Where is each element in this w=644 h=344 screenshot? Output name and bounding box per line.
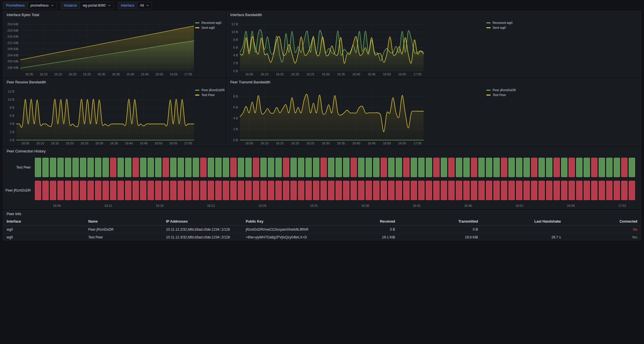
state-bar[interactable] (464, 181, 469, 200)
state-bar[interactable] (599, 158, 605, 177)
state-bar[interactable] (328, 158, 334, 177)
legend-item[interactable]: Received wg0 (486, 21, 514, 24)
state-bar[interactable] (546, 158, 552, 177)
state-bar[interactable] (58, 181, 63, 200)
state-bar[interactable] (140, 158, 146, 177)
state-bar[interactable] (366, 181, 371, 200)
state-bar[interactable] (403, 181, 409, 200)
state-bar[interactable] (622, 158, 627, 177)
state-bar[interactable] (306, 181, 311, 200)
state-bar[interactable] (201, 158, 206, 177)
state-bar[interactable] (411, 181, 417, 200)
var-picker-instance[interactable]: wg-portal:8080 (80, 2, 113, 9)
state-bar[interactable] (163, 181, 169, 200)
state-bar[interactable] (374, 158, 379, 177)
state-bar[interactable] (479, 181, 484, 200)
state-bar[interactable] (494, 158, 500, 177)
state-bar[interactable] (178, 181, 184, 200)
panel-title[interactable]: Peer Connection History (3, 148, 641, 155)
state-bar[interactable] (193, 158, 199, 177)
state-bar[interactable] (531, 158, 537, 177)
state-bar[interactable] (118, 181, 123, 200)
state-bar[interactable] (216, 181, 221, 200)
state-bar[interactable] (561, 181, 567, 200)
column-header-public-key[interactable]: Public Key (242, 218, 328, 225)
state-bar[interactable] (321, 181, 327, 200)
state-bar[interactable] (80, 181, 86, 200)
state-bar[interactable] (50, 158, 56, 177)
column-header-interface[interactable]: Interface (3, 218, 85, 225)
state-bar[interactable] (381, 158, 387, 177)
state-bar[interactable] (584, 181, 590, 200)
state-bar[interactable] (614, 158, 620, 177)
state-bar[interactable] (486, 158, 492, 177)
state-bar[interactable] (163, 158, 169, 177)
state-bar[interactable] (426, 181, 432, 200)
state-bar[interactable] (351, 181, 357, 200)
state-bar[interactable] (65, 158, 71, 177)
state-bar[interactable] (524, 181, 529, 200)
state-bar[interactable] (321, 158, 327, 177)
state-bar[interactable] (103, 158, 108, 177)
state-bar[interactable] (298, 158, 304, 177)
var-picker-prometheus[interactable]: prometheus (28, 2, 57, 9)
state-bar[interactable] (313, 181, 319, 200)
state-bar[interactable] (43, 181, 48, 200)
state-bar[interactable] (479, 158, 484, 177)
state-bar[interactable] (110, 158, 116, 177)
state-bar[interactable] (268, 181, 274, 200)
state-bar[interactable] (155, 181, 161, 200)
state-bar[interactable] (501, 158, 507, 177)
column-header-received[interactable]: Received (328, 218, 399, 225)
column-header-transmitted[interactable]: Transmitted (399, 218, 481, 225)
state-bar[interactable] (261, 181, 266, 200)
state-bar[interactable] (103, 181, 108, 200)
state-bar[interactable] (185, 158, 191, 177)
state-bar[interactable] (170, 158, 176, 177)
state-bar[interactable] (35, 181, 41, 200)
state-bar[interactable] (494, 181, 500, 200)
column-header-ip-addresses[interactable]: IP Addresses (163, 218, 242, 225)
legend-item[interactable]: Received wg0 (195, 21, 223, 24)
state-bar[interactable] (291, 158, 296, 177)
state-bar[interactable] (366, 158, 371, 177)
state-bar[interactable] (418, 181, 424, 200)
var-picker-interface[interactable]: All (137, 2, 152, 9)
state-bar[interactable] (554, 158, 560, 177)
state-bar[interactable] (223, 158, 229, 177)
state-bar[interactable] (133, 181, 139, 200)
panel-title[interactable]: Peer Receive Bandwidth (3, 79, 225, 86)
column-header-last-handshake[interactable]: Last Handshake (481, 218, 564, 225)
state-bar[interactable] (268, 158, 274, 177)
state-bar[interactable] (230, 181, 236, 200)
state-bar[interactable] (411, 158, 417, 177)
state-bar[interactable] (283, 181, 289, 200)
state-bar[interactable] (509, 181, 515, 200)
state-bar[interactable] (253, 181, 259, 200)
state-bar[interactable] (576, 158, 582, 177)
column-header-name[interactable]: Name (85, 218, 163, 225)
state-bar[interactable] (576, 181, 582, 200)
state-bar[interactable] (569, 181, 575, 200)
state-bar[interactable] (629, 181, 635, 200)
state-bar[interactable] (516, 158, 522, 177)
state-bar[interactable] (486, 181, 492, 200)
state-bar[interactable] (524, 158, 529, 177)
state-bar[interactable] (276, 181, 281, 200)
state-bar[interactable] (561, 158, 567, 177)
state-bar[interactable] (434, 158, 439, 177)
state-bar[interactable] (501, 181, 507, 200)
var-label-instance[interactable]: Instance (61, 2, 80, 9)
state-bar[interactable] (531, 181, 537, 200)
state-bar[interactable] (283, 158, 289, 177)
state-bar[interactable] (80, 158, 86, 177)
legend-item[interactable]: Peer jRzmDsDR (195, 88, 223, 92)
state-bar[interactable] (185, 181, 191, 200)
legend-item[interactable]: Sent wg0 (486, 26, 514, 29)
state-bar[interactable] (546, 181, 552, 200)
state-bar[interactable] (516, 181, 522, 200)
state-bar[interactable] (358, 181, 364, 200)
state-bar[interactable] (88, 181, 94, 200)
state-bar[interactable] (539, 181, 544, 200)
state-bar[interactable] (456, 181, 462, 200)
